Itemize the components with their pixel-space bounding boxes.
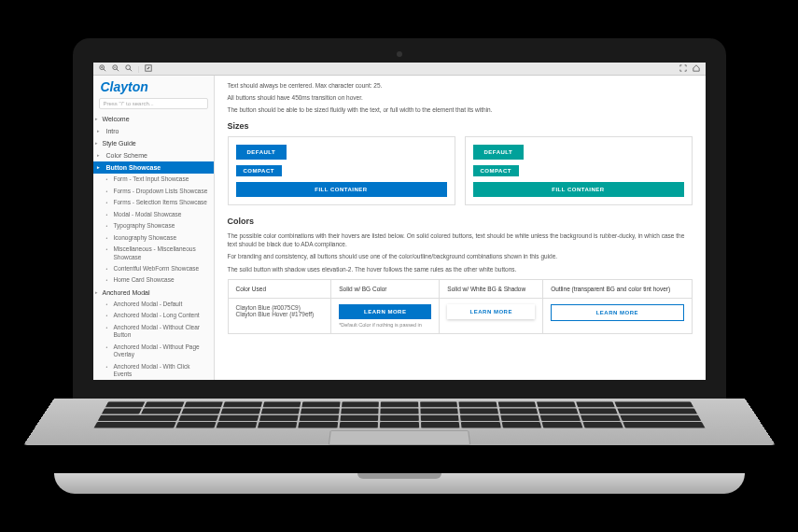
default-button-blue[interactable]: DEFAULT	[236, 145, 287, 160]
colors-text-3: The solid button with shadow uses elevat…	[228, 265, 693, 273]
default-note: *Default Color if nothing is passed in	[339, 322, 431, 328]
nav-homecard[interactable]: Home Card Showcase	[93, 274, 214, 286]
nav-am-long[interactable]: Anchored Modal - Long Content	[93, 310, 214, 321]
nav-modal[interactable]: Modal - Modal Showcase	[93, 209, 214, 220]
toolbar: |	[93, 63, 706, 76]
default-button-teal[interactable]: DEFAULT	[473, 145, 525, 160]
fill-button-blue[interactable]: FILL CONTAINER	[236, 182, 447, 197]
camera-icon	[397, 51, 402, 57]
svg-line-5	[116, 69, 118, 71]
svg-line-8	[129, 69, 131, 71]
zoom-in-icon[interactable]	[99, 64, 106, 73]
nav-forms-dropdown[interactable]: Forms - Dropdown Lists Showcase	[93, 186, 214, 197]
main-content: Text should always be centered. Max char…	[215, 76, 706, 380]
trackpad	[328, 430, 469, 445]
colors-heading: Colors	[228, 217, 693, 226]
nav-typography[interactable]: Typography Showcase	[93, 220, 214, 231]
nav-color-scheme[interactable]: Color Scheme	[93, 149, 214, 161]
nav-forms-selection[interactable]: Forms - Selection Items Showcase	[93, 197, 214, 208]
nav-am-click[interactable]: Anchored Modal - With Click Events	[93, 361, 214, 380]
colors-text-2: For branding and consistency, all button…	[228, 252, 693, 260]
nav-anchored[interactable]: Anchored Modal	[93, 287, 214, 299]
nav-contentful[interactable]: Contentful WebForm Showcase	[93, 263, 214, 274]
nav-button-showcase[interactable]: Button Showcase	[93, 161, 214, 174]
laptop-keyboard	[22, 399, 775, 445]
colors-text-1: The possible color combinations with the…	[228, 231, 693, 248]
nav-am-nooverlay[interactable]: Anchored Modal - Without Page Overlay	[93, 342, 214, 361]
compact-button-blue[interactable]: COMPACT	[236, 165, 282, 176]
color-cell: Clayton Blue (#0075C9) Clayton Blue Hove…	[228, 298, 331, 333]
th-outline: Outline (transparent BG and color tint h…	[543, 279, 692, 298]
logo: Clayton	[93, 76, 214, 96]
sizes-heading: Sizes	[228, 121, 693, 131]
th-solid-bg: Solid w/ BG Color	[331, 279, 440, 298]
edit-icon[interactable]	[145, 64, 152, 73]
zoom-out-icon[interactable]	[112, 64, 119, 73]
teal-button-box: DEFAULT COMPACT FILL CONTAINER	[465, 136, 693, 205]
colors-table: Color Used Solid w/ BG Color Solid w/ Wh…	[228, 279, 693, 334]
learn-more-solid[interactable]: LEARN MORE	[339, 304, 431, 319]
svg-line-1	[103, 69, 105, 71]
nav-iconography[interactable]: Iconography Showcase	[93, 232, 214, 244]
compact-button-teal[interactable]: COMPACT	[473, 165, 519, 176]
home-icon[interactable]	[693, 64, 700, 73]
learn-more-outline[interactable]: LEARN MORE	[551, 304, 683, 321]
nav-welcome[interactable]: Welcome	[93, 113, 214, 125]
fill-button-teal[interactable]: FILL CONTAINER	[473, 182, 684, 197]
th-color-used: Color Used	[228, 279, 331, 298]
intro-text-3: The button should be able to be sized fl…	[228, 105, 693, 114]
learn-more-shadow[interactable]: LEARN MORE	[447, 304, 535, 319]
zoom-reset-icon[interactable]	[125, 64, 133, 73]
th-solid-shadow: Solid w/ White BG & Shadow	[440, 279, 543, 298]
expand-icon[interactable]	[679, 64, 687, 73]
nav-misc[interactable]: Miscellaneous - Miscellaneous Showcase	[93, 244, 214, 263]
blue-button-box: DEFAULT COMPACT FILL CONTAINER	[228, 136, 455, 205]
sidebar: Clayton Press "/" to search... Welcome I…	[93, 76, 215, 380]
search-input[interactable]: Press "/" to search...	[99, 98, 208, 109]
nav-styleguide[interactable]: Style Guide	[93, 137, 214, 149]
app-window: | Clayton Press "/" to search... Welcome…	[93, 63, 706, 380]
nav-intro[interactable]: Intro	[93, 125, 214, 137]
sizes-row: DEFAULT COMPACT FILL CONTAINER DEFAULT C…	[228, 136, 693, 205]
screen-bezel: | Clayton Press "/" to search... Welcome…	[73, 38, 726, 400]
laptop-base	[54, 473, 745, 494]
laptop-mockup: | Clayton Press "/" to search... Welcome…	[73, 38, 726, 494]
nav-am-noclear[interactable]: Anchored Modal - Without Clear Button	[93, 322, 214, 342]
nav-form-text[interactable]: Form - Text Input Showcase	[93, 174, 214, 185]
table-row: Clayton Blue (#0075C9) Clayton Blue Hove…	[228, 298, 692, 333]
intro-text-2: All buttons should have 450ms transition…	[228, 93, 693, 102]
intro-text-1: Text should always be centered. Max char…	[228, 81, 693, 90]
nav-am-default[interactable]: Anchored Modal - Default	[93, 299, 214, 310]
nav-tree: Welcome Intro Style Guide Color Scheme B…	[93, 113, 214, 380]
